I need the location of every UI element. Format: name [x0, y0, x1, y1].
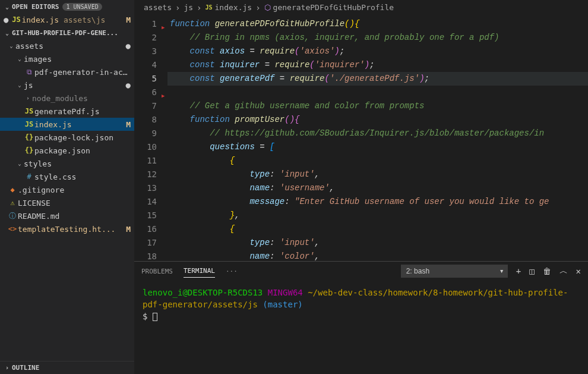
trash-icon[interactable]: 🗑	[543, 266, 551, 276]
breadcrumb-item[interactable]: index.js	[215, 3, 252, 12]
unsaved-dot-icon[interactable]: ●	[4, 15, 8, 24]
line-number: 16	[134, 222, 157, 236]
chevron-down-icon: ⌄	[15, 161, 24, 166]
code-line[interactable]: },	[167, 209, 588, 222]
code-line[interactable]: message: "Enter GitHub username of user …	[167, 195, 588, 209]
modified-dot-icon: ●	[124, 42, 131, 50]
chevron-down-icon: ⌄	[2, 4, 12, 10]
folder-name: js	[24, 81, 124, 90]
file-icon: JS	[24, 120, 34, 128]
folder-name: images	[24, 55, 131, 64]
folder-item[interactable]: ⌄styles	[0, 157, 134, 170]
breadcrumb-item[interactable]: js	[184, 3, 193, 12]
chevron-up-icon[interactable]: ︿	[559, 266, 568, 276]
code-line[interactable]: questions = [	[167, 140, 588, 154]
code-line[interactable]: function generatePDFofGitHubProfile(){	[167, 17, 588, 31]
file-icon: JS	[11, 15, 21, 24]
outline-header[interactable]: › OUTLINE	[0, 361, 134, 374]
project-header[interactable]: ⌄ GIT-HUB-PROFILE-PDF-GENE...	[0, 26, 134, 39]
file-item[interactable]: #style.css	[0, 170, 134, 183]
code-line[interactable]: type: 'input',	[167, 236, 588, 250]
chevron-down-icon: ⌄	[15, 82, 24, 88]
file-item[interactable]: ◆.gitignore	[0, 183, 134, 196]
tab-terminal[interactable]: TERMINAL	[184, 265, 215, 278]
file-name: index.js	[34, 120, 124, 129]
code-content[interactable]: function generatePDFofGitHubProfile(){ /…	[167, 15, 588, 261]
open-editors-list: ●JSindex.js assets\jsM	[0, 13, 134, 26]
file-item[interactable]: {}package-lock.json	[0, 131, 134, 144]
code-line[interactable]: const axios = require('axios');	[167, 45, 588, 58]
terminal-user: lenovo_i@DESKTOP-R5CDS13	[143, 288, 263, 297]
close-icon[interactable]: ✕	[576, 266, 581, 276]
file-name: LICENSE	[18, 199, 131, 208]
terminal-select[interactable]: 2: bash	[401, 265, 508, 278]
bottom-panel: PROBLEMS TERMINAL ··· 2: bash + ◫ 🗑 ︿ ✕ …	[134, 261, 588, 374]
fold-arrow-icon[interactable]: ▶	[162, 21, 165, 34]
file-name: package-lock.json	[34, 133, 131, 142]
file-item[interactable]: ⧉pdf-generator-in-acti...	[0, 65, 134, 78]
folder-item[interactable]: ›node_modules	[0, 92, 134, 105]
terminal-host: MINGW64	[268, 288, 303, 297]
file-item[interactable]: ⓘREADME.md	[0, 209, 134, 222]
folder-item[interactable]: ⌄images	[0, 52, 134, 65]
file-item[interactable]: {}package.json	[0, 144, 134, 157]
tab-problems[interactable]: PROBLEMS	[141, 265, 173, 278]
file-icon: ◆	[7, 186, 18, 194]
chevron-down-icon: ⌄	[2, 30, 12, 36]
editor-area[interactable]: 123456789101112131415161718▶▶ function g…	[134, 15, 588, 261]
file-name: generatePdf.js	[34, 107, 131, 116]
file-item[interactable]: ⚠LICENSE	[0, 196, 134, 209]
line-number: 13	[134, 181, 157, 195]
code-line[interactable]: // Bring in npms (axios, inquirer, and p…	[167, 31, 588, 45]
file-name: README.md	[18, 212, 131, 221]
code-line[interactable]: function promptUser(){	[167, 113, 588, 127]
breadcrumb-item[interactable]: generatePDFofGitHubProfile	[273, 3, 394, 12]
file-icon: {}	[24, 146, 34, 155]
panel-actions: 2: bash + ◫ 🗑 ︿ ✕	[401, 265, 581, 278]
breadcrumb-item[interactable]: assets	[144, 3, 172, 12]
line-number: 15	[134, 209, 157, 222]
open-editor-item[interactable]: ●JSindex.js assets\jsM	[0, 13, 134, 26]
line-number: 18	[134, 250, 157, 261]
panel-tabs: PROBLEMS TERMINAL ··· 2: bash + ◫ 🗑 ︿ ✕	[134, 262, 588, 281]
file-item[interactable]: JSgeneratePdf.js	[0, 105, 134, 118]
file-icon: JS	[24, 107, 34, 115]
symbol-icon: ⬡	[264, 3, 271, 12]
terminal-branch: (master)	[263, 300, 302, 309]
code-line[interactable]: const generatePdf = require('./generateP…	[167, 72, 588, 86]
terminal-content[interactable]: lenovo_i@DESKTOP-R5CDS13 MINGW64 ~/web-d…	[134, 281, 588, 374]
js-icon: JS	[206, 4, 213, 11]
code-line[interactable]: name: 'username',	[167, 181, 588, 195]
file-icon: ⓘ	[7, 211, 18, 221]
folder-item[interactable]: ⌄js●	[0, 78, 134, 92]
code-line[interactable]: type: 'input',	[167, 168, 588, 181]
code-line[interactable]: // Get a github username and color from …	[167, 99, 588, 113]
open-editors-header[interactable]: ⌄ OPEN EDITORS 1 UNSAVED	[0, 0, 134, 13]
code-line[interactable]: {	[167, 154, 588, 168]
line-number: 10	[134, 140, 157, 154]
chevron-right-icon: ›	[24, 95, 32, 101]
sidebar: ⌄ OPEN EDITORS 1 UNSAVED ●JSindex.js ass…	[0, 0, 134, 374]
line-number: 11	[134, 154, 157, 168]
code-line[interactable]	[167, 86, 588, 99]
code-line[interactable]: name: 'color',	[167, 250, 588, 261]
code-line[interactable]: // https://github.com/SBoudrias/Inquirer…	[167, 127, 588, 140]
fold-arrow-icon[interactable]: ▶	[162, 89, 165, 103]
code-line[interactable]: const inquirer = require('inquirer');	[167, 58, 588, 72]
code-line[interactable]: {	[167, 222, 588, 236]
line-number: 2	[134, 31, 157, 45]
line-number: 7	[134, 99, 157, 113]
file-item[interactable]: <>templateTesting.ht...M	[0, 222, 134, 235]
git-status: M	[124, 120, 131, 129]
terminal-prompt: $	[143, 312, 147, 321]
new-terminal-icon[interactable]: +	[516, 266, 521, 276]
file-icon: <>	[7, 225, 18, 233]
chevron-down-icon: ⌄	[7, 43, 15, 49]
file-item[interactable]: JSindex.jsM	[0, 118, 134, 131]
tab-more[interactable]: ···	[226, 265, 238, 278]
project-title: GIT-HUB-PROFILE-PDF-GENE...	[12, 29, 118, 37]
breadcrumb[interactable]: assets › js › JS index.js › ⬡ generatePD…	[134, 0, 588, 15]
split-terminal-icon[interactable]: ◫	[529, 266, 534, 276]
folder-item[interactable]: ⌄assets●	[0, 39, 134, 52]
git-status: M	[124, 225, 131, 234]
